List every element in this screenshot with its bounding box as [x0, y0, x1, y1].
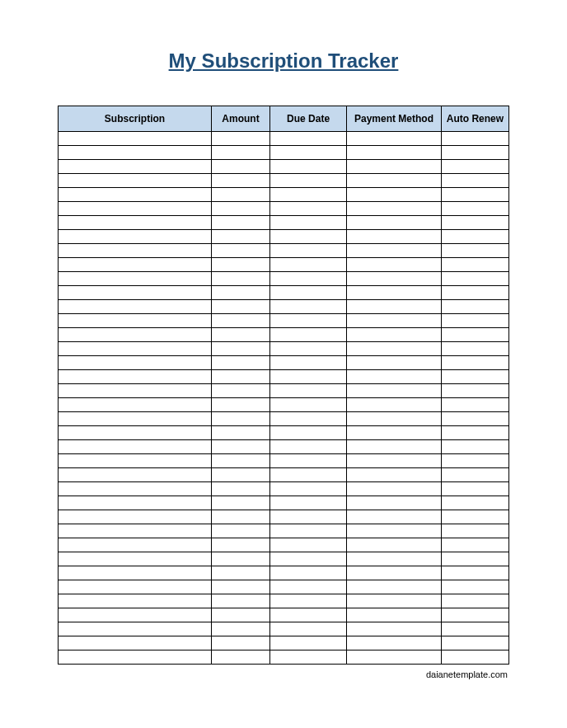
table-cell: [211, 146, 269, 160]
table-cell: [347, 636, 442, 651]
table-row: [59, 440, 509, 454]
footer-attribution: daianetemplate.com: [58, 669, 509, 679]
table-cell: [211, 244, 269, 258]
table-cell: [59, 272, 212, 286]
table-cell: [347, 132, 442, 146]
table-cell: [211, 314, 269, 328]
table-row: [59, 636, 509, 651]
table-cell: [347, 468, 442, 482]
table-cell: [59, 636, 212, 651]
table-cell: [441, 216, 508, 230]
table-cell: [211, 510, 269, 524]
table-row: [59, 651, 509, 665]
table-cell: [270, 566, 347, 580]
table-row: [59, 412, 509, 426]
table-cell: [59, 160, 212, 174]
table-cell: [59, 398, 212, 412]
table-cell: [59, 314, 212, 328]
table-cell: [270, 482, 347, 496]
table-cell: [59, 594, 212, 608]
table-cell: [347, 524, 442, 538]
table-cell: [270, 272, 347, 286]
table-cell: [211, 524, 269, 538]
table-cell: [211, 594, 269, 608]
table-cell: [347, 426, 442, 440]
table-cell: [211, 272, 269, 286]
table-cell: [270, 174, 347, 188]
table-cell: [211, 398, 269, 412]
table-cell: [270, 370, 347, 384]
table-cell: [59, 216, 212, 230]
table-cell: [211, 482, 269, 496]
table-cell: [211, 566, 269, 580]
table-cell: [59, 174, 212, 188]
table-cell: [211, 636, 269, 651]
table-cell: [59, 454, 212, 468]
table-cell: [270, 594, 347, 608]
table-row: [59, 622, 509, 636]
table-cell: [441, 482, 508, 496]
table-cell: [211, 622, 269, 636]
table-cell: [441, 594, 508, 608]
table-row: [59, 496, 509, 510]
table-cell: [59, 538, 212, 552]
table-cell: [59, 286, 212, 300]
table-row: [59, 510, 509, 524]
subscription-tracker-table: Subscription Amount Due Date Payment Met…: [58, 106, 509, 665]
table-cell: [270, 468, 347, 482]
table-cell: [441, 300, 508, 314]
table-row: [59, 202, 509, 216]
table-row: [59, 594, 509, 608]
table-cell: [211, 412, 269, 426]
table-cell: [441, 314, 508, 328]
table-cell: [59, 496, 212, 510]
table-cell: [59, 552, 212, 566]
table-cell: [441, 188, 508, 202]
table-row: [59, 580, 509, 594]
table-cell: [347, 342, 442, 356]
table-row: [59, 524, 509, 538]
table-cell: [347, 244, 442, 258]
table-cell: [211, 552, 269, 566]
table-cell: [211, 286, 269, 300]
table-row: [59, 258, 509, 272]
table-cell: [59, 468, 212, 482]
table-cell: [441, 328, 508, 342]
table-row: [59, 468, 509, 482]
table-cell: [441, 370, 508, 384]
table-cell: [59, 580, 212, 594]
table-cell: [441, 566, 508, 580]
table-cell: [59, 258, 212, 272]
table-cell: [347, 328, 442, 342]
table-cell: [347, 622, 442, 636]
table-cell: [270, 524, 347, 538]
table-cell: [347, 202, 442, 216]
table-cell: [441, 580, 508, 594]
table-row: [59, 482, 509, 496]
table-cell: [270, 342, 347, 356]
table-cell: [270, 608, 347, 622]
table-cell: [59, 370, 212, 384]
table-cell: [441, 440, 508, 454]
table-cell: [441, 146, 508, 160]
table-cell: [270, 398, 347, 412]
table-row: [59, 174, 509, 188]
table-cell: [270, 244, 347, 258]
table-cell: [211, 426, 269, 440]
table-cell: [270, 412, 347, 426]
table-cell: [59, 440, 212, 454]
table-cell: [441, 160, 508, 174]
table-cell: [441, 412, 508, 426]
table-cell: [347, 594, 442, 608]
table-row: [59, 188, 509, 202]
table-cell: [270, 622, 347, 636]
table-cell: [59, 132, 212, 146]
table-cell: [441, 202, 508, 216]
table-cell: [347, 552, 442, 566]
table-cell: [441, 426, 508, 440]
table-row: [59, 230, 509, 244]
table-cell: [347, 258, 442, 272]
table-cell: [270, 202, 347, 216]
table-cell: [211, 496, 269, 510]
table-cell: [59, 622, 212, 636]
